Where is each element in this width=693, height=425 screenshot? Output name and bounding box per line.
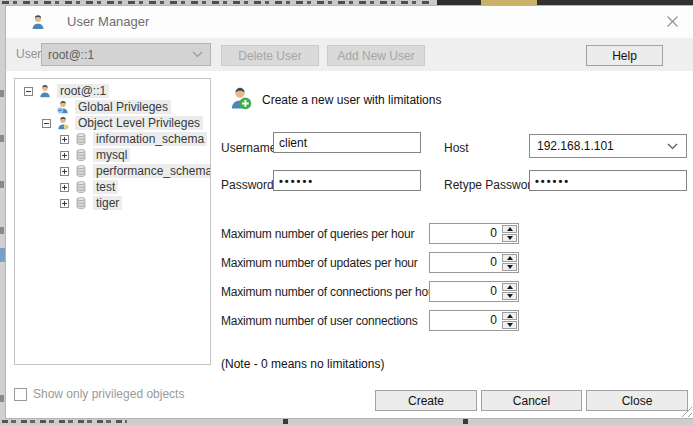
spinner-up-button[interactable]	[502, 312, 517, 320]
tree-item-label[interactable]: test	[93, 180, 118, 194]
spinner-buttons	[501, 311, 518, 330]
help-button[interactable]: Help	[586, 45, 663, 66]
database-icon	[74, 196, 88, 210]
tree-row: Object Level Privileges	[15, 115, 210, 131]
tree-item-label[interactable]: information_schema	[93, 132, 207, 146]
background-fragment	[463, 419, 468, 424]
spinner-up-button[interactable]	[502, 254, 517, 262]
tree-item-label[interactable]: Object Level Privileges	[75, 116, 203, 130]
tree-item-label[interactable]: Global Privileges	[75, 100, 171, 114]
expand-icon[interactable]	[60, 183, 69, 192]
background-text-fragment	[2, 1, 432, 4]
user-manager-dialog: User Manager User root@::1 Delete User A…	[5, 5, 693, 419]
spinner-buttons	[501, 224, 518, 243]
user-icon	[38, 84, 52, 98]
create-user-header: Create a new user with limitations	[262, 93, 441, 107]
database-icon	[74, 148, 88, 162]
add-user-icon	[228, 86, 252, 110]
window-title: User Manager	[67, 14, 149, 29]
tree-row: information_schema	[15, 131, 210, 147]
limit-value: 0	[430, 253, 501, 272]
limit-row: Maximum number of queries per hour0	[221, 223, 519, 244]
limit-row: Maximum number of connections per hour0	[221, 281, 519, 302]
tree-indent-spacer	[42, 103, 51, 112]
limit-row: Maximum number of user connections0	[221, 310, 519, 331]
password-input[interactable]	[273, 170, 421, 191]
toolbar: User root@::1 Delete User Add New User H…	[6, 38, 693, 71]
show-privileged-row: Show only privileged objects	[14, 387, 184, 401]
tree-item-label[interactable]: mysql	[93, 148, 130, 162]
create-button[interactable]: Create	[375, 390, 477, 411]
host-value: 192.168.1.101	[530, 139, 667, 153]
titlebar: User Manager	[6, 6, 693, 38]
expand-icon[interactable]	[60, 135, 69, 144]
limit-label: Maximum number of connections per hour	[221, 285, 438, 299]
user-dropdown[interactable]: root@::1	[41, 43, 211, 66]
background-fragment	[0, 135, 4, 142]
limit-label: Maximum number of updates per hour	[221, 256, 418, 270]
collapse-icon[interactable]	[24, 87, 33, 96]
privilege-tree-panel: root@::1 Global Privileges Object Level …	[14, 78, 211, 365]
tree-item-label[interactable]: root@::1	[57, 84, 109, 98]
username-label: Username	[221, 141, 276, 155]
tree-row: root@::1	[15, 83, 210, 99]
spinner-buttons	[501, 253, 518, 272]
screen: User Manager User root@::1 Delete User A…	[0, 0, 693, 425]
spinner-up-button[interactable]	[502, 225, 517, 233]
spinner-down-button[interactable]	[502, 234, 517, 242]
user-label: User	[16, 47, 41, 61]
tree-row: mysql	[15, 147, 210, 163]
limit-value: 0	[430, 311, 501, 330]
background-fragment	[0, 227, 4, 234]
chevron-down-icon	[667, 143, 678, 150]
add-new-user-button[interactable]: Add New User	[327, 45, 425, 66]
limit-label: Maximum number of queries per hour	[221, 227, 414, 241]
show-privileged-label: Show only privileged objects	[33, 387, 184, 401]
background-text-fragment	[2, 420, 127, 423]
limit-value: 0	[430, 224, 501, 243]
spinner-down-button[interactable]	[502, 263, 517, 271]
tree-row: Global Privileges	[15, 99, 210, 115]
limit-spinner[interactable]: 0	[429, 310, 519, 331]
delete-user-button[interactable]: Delete User	[221, 45, 319, 66]
tree-item-label[interactable]: performance_schema	[93, 164, 211, 178]
retype-password-input[interactable]	[529, 170, 687, 191]
note-text: (Note - 0 means no limitations)	[221, 357, 384, 371]
chevron-down-icon	[192, 51, 203, 58]
spinner-down-button[interactable]	[502, 321, 517, 329]
expand-icon[interactable]	[60, 199, 69, 208]
user-globe-icon	[56, 100, 70, 114]
expand-icon[interactable]	[60, 167, 69, 176]
background-fragment	[0, 395, 4, 402]
tree-item-label[interactable]: tiger	[93, 196, 122, 210]
limit-spinner[interactable]: 0	[429, 252, 519, 273]
user-manager-icon	[30, 14, 46, 30]
background-fragment	[0, 90, 4, 97]
spinner-up-button[interactable]	[502, 283, 517, 291]
tree-row: performance_schema	[15, 163, 210, 179]
limit-spinner[interactable]: 0	[429, 281, 519, 302]
cancel-button[interactable]: Cancel	[481, 390, 582, 411]
tree-row: tiger	[15, 195, 210, 211]
close-icon[interactable]	[665, 14, 680, 29]
database-icon	[74, 164, 88, 178]
expand-icon[interactable]	[60, 151, 69, 160]
user-dropdown-value: root@::1	[42, 48, 192, 62]
collapse-icon[interactable]	[42, 119, 51, 128]
limit-spinner[interactable]: 0	[429, 223, 519, 244]
spinner-buttons	[501, 282, 518, 301]
limit-label: Maximum number of user connections	[221, 314, 418, 328]
background-fragment	[0, 181, 4, 188]
retype-password-label: Retype Password	[444, 178, 538, 192]
host-label: Host	[444, 141, 469, 155]
close-button[interactable]: Close	[586, 390, 688, 411]
background-window-bottom	[0, 419, 693, 425]
limit-value: 0	[430, 282, 501, 301]
database-icon	[74, 132, 88, 146]
tree-row: test	[15, 179, 210, 195]
password-label: Password	[221, 178, 274, 192]
show-privileged-checkbox[interactable]	[14, 388, 27, 401]
spinner-down-button[interactable]	[502, 292, 517, 300]
host-combobox[interactable]: 192.168.1.101	[529, 134, 687, 158]
username-input[interactable]	[273, 132, 421, 153]
